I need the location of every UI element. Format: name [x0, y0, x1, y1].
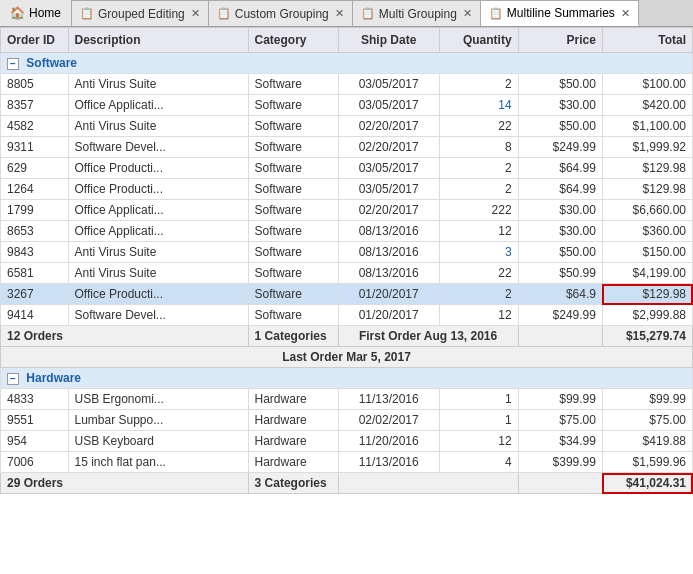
tab-custom-grouping-icon: 📋	[217, 7, 231, 20]
tab-grouped-editing-close[interactable]: ✕	[191, 7, 200, 20]
table-row: 9311 Software Devel... Software 02/20/20…	[1, 137, 693, 158]
data-table: Order ID Description Category Ship Date …	[0, 27, 693, 494]
group-header-cell-0: − Software	[1, 53, 693, 74]
col-quantity[interactable]: Quantity	[439, 28, 518, 53]
summary-total-0: $15,279.74	[602, 326, 692, 347]
table-row: 1799 Office Applicati... Software 02/20/…	[1, 200, 693, 221]
cell-order-id: 8805	[1, 74, 69, 95]
cell-ship-date: 03/05/2017	[338, 158, 439, 179]
cell-category: Software	[248, 116, 338, 137]
cell-ship-date: 11/20/2016	[338, 431, 439, 452]
cell-quantity: 22	[439, 263, 518, 284]
cell-price: $64.9	[518, 284, 602, 305]
cell-category: Software	[248, 74, 338, 95]
table-row: 3267 Office Producti... Software 01/20/2…	[1, 284, 693, 305]
cell-description: Anti Virus Suite	[68, 74, 248, 95]
cell-description: 15 inch flat pan...	[68, 452, 248, 473]
cell-order-id: 1264	[1, 179, 69, 200]
col-category[interactable]: Category	[248, 28, 338, 53]
cell-quantity: 22	[439, 116, 518, 137]
summary-row-2-0: Last Order Mar 5, 2017	[1, 347, 693, 368]
cell-ship-date: 02/20/2017	[338, 137, 439, 158]
cell-category: Hardware	[248, 389, 338, 410]
cell-description: USB Keyboard	[68, 431, 248, 452]
tab-multi-grouping-close[interactable]: ✕	[463, 7, 472, 20]
cell-quantity: 12	[439, 305, 518, 326]
cell-category: Software	[248, 242, 338, 263]
summary-spacer-1	[518, 473, 602, 494]
cell-ship-date: 02/20/2017	[338, 200, 439, 221]
tab-grouped-editing[interactable]: 📋 Grouped Editing ✕	[72, 0, 209, 26]
tab-custom-grouping[interactable]: 📋 Custom Grouping ✕	[209, 0, 353, 26]
cell-description: Anti Virus Suite	[68, 242, 248, 263]
summary-last-order-0: Last Order Mar 5, 2017	[1, 347, 693, 368]
tab-home-label: Home	[29, 6, 61, 20]
cell-quantity: 12	[439, 221, 518, 242]
col-total[interactable]: Total	[602, 28, 692, 53]
cell-category: Software	[248, 200, 338, 221]
cell-order-id: 9311	[1, 137, 69, 158]
summary-row-1-0: 12 Orders 1 Categories First Order Aug 1…	[1, 326, 693, 347]
table-row: 7006 15 inch flat pan... Hardware 11/13/…	[1, 452, 693, 473]
cell-quantity: 2	[439, 158, 518, 179]
cell-category: Software	[248, 284, 338, 305]
group-collapse-btn-0[interactable]: −	[7, 58, 19, 70]
cell-total: $75.00	[602, 410, 692, 431]
cell-order-id: 3267	[1, 284, 69, 305]
cell-order-id: 8653	[1, 221, 69, 242]
cell-total: $1,999.92	[602, 137, 692, 158]
tab-custom-grouping-close[interactable]: ✕	[335, 7, 344, 20]
cell-category: Software	[248, 137, 338, 158]
col-price[interactable]: Price	[518, 28, 602, 53]
tab-multi-grouping[interactable]: 📋 Multi Grouping ✕	[353, 0, 481, 26]
cell-order-id: 629	[1, 158, 69, 179]
tab-bar: 🏠 Home 📋 Grouped Editing ✕ 📋 Custom Grou…	[0, 0, 693, 27]
tab-multiline-summaries-close[interactable]: ✕	[621, 7, 630, 20]
cell-total: $99.99	[602, 389, 692, 410]
group-collapse-btn-1[interactable]: −	[7, 373, 19, 385]
home-icon: 🏠	[10, 6, 25, 20]
summary-first-order-1	[338, 473, 518, 494]
summary-categories-1: 3 Categories	[248, 473, 338, 494]
cell-quantity: 222	[439, 200, 518, 221]
cell-price: $50.00	[518, 116, 602, 137]
cell-quantity: 4	[439, 452, 518, 473]
cell-quantity: 2	[439, 284, 518, 305]
cell-order-id: 7006	[1, 452, 69, 473]
cell-description: Anti Virus Suite	[68, 263, 248, 284]
cell-ship-date: 02/02/2017	[338, 410, 439, 431]
col-order-id[interactable]: Order ID	[1, 28, 69, 53]
summary-spacer-0	[518, 326, 602, 347]
table-row: 1264 Office Producti... Software 03/05/2…	[1, 179, 693, 200]
tab-home[interactable]: 🏠 Home	[0, 0, 72, 26]
cell-description: Office Applicati...	[68, 221, 248, 242]
col-ship-date[interactable]: Ship Date	[338, 28, 439, 53]
cell-total: $420.00	[602, 95, 692, 116]
cell-price: $99.99	[518, 389, 602, 410]
cell-price: $34.99	[518, 431, 602, 452]
cell-price: $50.99	[518, 263, 602, 284]
cell-ship-date: 03/05/2017	[338, 74, 439, 95]
cell-quantity: 1	[439, 410, 518, 431]
table-row: 8357 Office Applicati... Software 03/05/…	[1, 95, 693, 116]
table-row: 6581 Anti Virus Suite Software 08/13/201…	[1, 263, 693, 284]
cell-description: Anti Virus Suite	[68, 116, 248, 137]
col-description[interactable]: Description	[68, 28, 248, 53]
cell-total: $129.98	[602, 284, 692, 305]
summary-orders-1: 29 Orders	[1, 473, 249, 494]
cell-price: $399.99	[518, 452, 602, 473]
cell-quantity: 12	[439, 431, 518, 452]
cell-category: Hardware	[248, 410, 338, 431]
group-header-cell-1: − Hardware	[1, 368, 693, 389]
table-container[interactable]: Order ID Description Category Ship Date …	[0, 27, 693, 574]
cell-price: $50.00	[518, 74, 602, 95]
cell-order-id: 8357	[1, 95, 69, 116]
cell-category: Hardware	[248, 452, 338, 473]
cell-price: $64.99	[518, 179, 602, 200]
cell-description: Lumbar Suppo...	[68, 410, 248, 431]
table-row: 9551 Lumbar Suppo... Hardware 02/02/2017…	[1, 410, 693, 431]
cell-category: Hardware	[248, 431, 338, 452]
cell-ship-date: 01/20/2017	[338, 284, 439, 305]
tab-multiline-summaries[interactable]: 📋 Multiline Summaries ✕	[481, 0, 639, 26]
table-row: 8653 Office Applicati... Software 08/13/…	[1, 221, 693, 242]
